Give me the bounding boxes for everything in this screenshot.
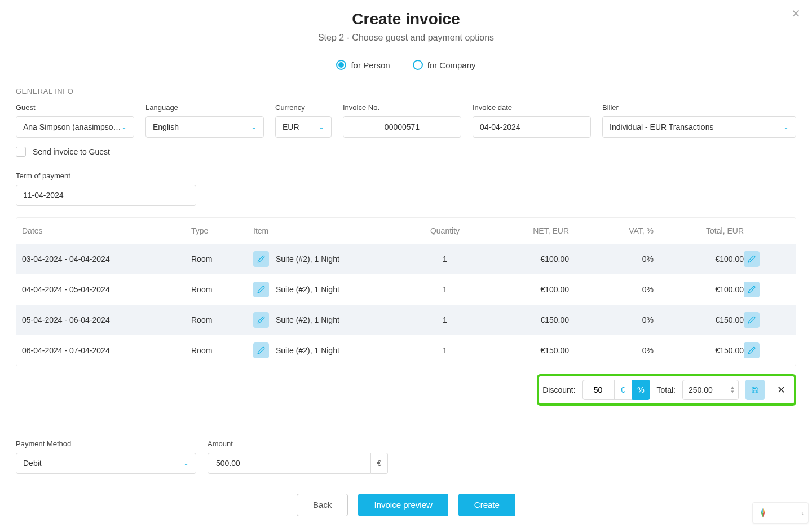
amount-input[interactable]: 500.00: [208, 453, 371, 474]
th-quantity: Quantity: [405, 226, 484, 235]
td-item: Suite (#2), 1 Night: [276, 315, 339, 324]
td-total: €150.00: [654, 315, 744, 324]
chevron-down-icon: ⌄: [251, 123, 257, 131]
radio-for-company[interactable]: for Company: [413, 60, 476, 70]
close-icon[interactable]: ✕: [791, 7, 801, 20]
label-currency: Currency: [275, 103, 332, 112]
edit-row-button[interactable]: [744, 251, 760, 267]
stepper-icon[interactable]: ▲▼: [730, 385, 735, 394]
biller-select[interactable]: Individual - EUR Transactions ⌄: [602, 116, 796, 138]
send-invoice-checkbox[interactable]: [16, 147, 26, 157]
chevron-left-icon: ‹: [801, 509, 804, 517]
language-value: English: [153, 122, 179, 131]
edit-row-button[interactable]: [744, 312, 760, 328]
table-row: 05-04-2024 - 06-04-2024RoomSuite (#2), 1…: [16, 305, 796, 335]
chevron-down-icon: ⌄: [121, 123, 127, 131]
discount-unit-euro[interactable]: €: [614, 380, 632, 400]
td-vat: 0%: [569, 346, 654, 355]
edit-row-button[interactable]: [744, 342, 760, 358]
cancel-discount-button[interactable]: ✕: [771, 380, 791, 400]
edit-row-button[interactable]: [744, 282, 760, 297]
currency-value: EUR: [283, 122, 299, 131]
total-label: Total:: [657, 385, 676, 394]
language-select[interactable]: English ⌄: [145, 116, 264, 138]
th-item: Item: [253, 226, 405, 235]
discount-unit-percent[interactable]: %: [632, 380, 650, 400]
payment-method-select[interactable]: Debit ⌄: [16, 453, 196, 474]
td-type: Room: [191, 346, 253, 355]
edit-item-button[interactable]: [253, 342, 269, 358]
footer-bar: Back Invoice preview Create: [0, 482, 812, 527]
send-invoice-label: Send invoice to Guest: [33, 147, 110, 156]
td-type: Room: [191, 254, 253, 264]
help-widget[interactable]: ‹: [752, 502, 809, 524]
td-quantity: 1: [405, 315, 484, 324]
td-quantity: 1: [405, 346, 484, 355]
term-of-payment-input[interactable]: 11-04-2024: [16, 185, 196, 206]
line-items-table: Dates Type Item Quantity NET, EUR VAT, %…: [16, 217, 796, 366]
td-quantity: 1: [405, 254, 484, 264]
table-row: 06-04-2024 - 07-04-2024RoomSuite (#2), 1…: [16, 335, 796, 366]
label-invoice-no: Invoice No.: [343, 103, 461, 112]
td-net: €100.00: [484, 285, 569, 294]
td-vat: 0%: [569, 254, 654, 264]
discount-label: Discount:: [542, 385, 575, 394]
td-net: €150.00: [484, 315, 569, 324]
td-vat: 0%: [569, 285, 654, 294]
radio-label: for Company: [427, 60, 476, 70]
radio-icon: [336, 60, 346, 70]
td-type: Room: [191, 315, 253, 324]
td-total: €100.00: [654, 254, 744, 264]
radio-for-person[interactable]: for Person: [336, 60, 390, 70]
page-title: Create invoice: [16, 10, 796, 28]
radio-icon: [413, 60, 423, 70]
label-biller: Biller: [602, 103, 796, 112]
th-type: Type: [191, 226, 253, 235]
term-of-payment-value: 11-04-2024: [23, 191, 64, 200]
create-button[interactable]: Create: [458, 494, 515, 516]
td-total: €100.00: [654, 285, 744, 294]
table-row: 03-04-2024 - 04-04-2024RoomSuite (#2), 1…: [16, 244, 796, 274]
td-quantity: 1: [405, 285, 484, 294]
edit-item-button[interactable]: [253, 251, 269, 267]
td-item: Suite (#2), 1 Night: [276, 346, 339, 355]
back-button[interactable]: Back: [297, 494, 348, 516]
td-vat: 0%: [569, 315, 654, 324]
chevron-down-icon: ⌄: [319, 123, 324, 131]
radio-label: for Person: [351, 60, 390, 70]
label-invoice-date: Invoice date: [473, 103, 591, 112]
discount-input[interactable]: [582, 380, 614, 400]
edit-item-button[interactable]: [253, 312, 269, 328]
td-item: Suite (#2), 1 Night: [276, 254, 339, 264]
invoice-date-input[interactable]: 04-04-2024: [473, 116, 591, 138]
table-row: 04-04-2024 - 05-04-2024RoomSuite (#2), 1…: [16, 274, 796, 305]
label-payment-method: Payment Method: [16, 440, 196, 448]
label-guest: Guest: [16, 103, 134, 112]
td-item: Suite (#2), 1 Night: [276, 285, 339, 294]
save-icon: [751, 386, 759, 394]
invoice-preview-button[interactable]: Invoice preview: [358, 494, 448, 516]
total-input[interactable]: 250.00 ▲▼: [682, 380, 739, 400]
payment-method-value: Debit: [23, 459, 42, 468]
td-total: €150.00: [654, 346, 744, 355]
td-dates: 04-04-2024 - 05-04-2024: [22, 285, 191, 294]
td-net: €150.00: [484, 346, 569, 355]
td-dates: 06-04-2024 - 07-04-2024: [22, 346, 191, 355]
th-dates: Dates: [22, 226, 191, 235]
currency-select[interactable]: EUR ⌄: [275, 116, 332, 138]
invoice-no-value: 00000571: [385, 122, 420, 131]
amount-value: 500.00: [216, 459, 240, 468]
td-type: Room: [191, 285, 253, 294]
biller-value: Individual - EUR Transactions: [610, 122, 713, 131]
page-subtitle: Step 2 - Choose guest and payment option…: [16, 33, 796, 43]
amount-unit: €: [371, 453, 388, 474]
th-net: NET, EUR: [484, 226, 569, 235]
td-dates: 05-04-2024 - 06-04-2024: [22, 315, 191, 324]
td-net: €100.00: [484, 254, 569, 264]
chevron-down-icon: ⌄: [183, 459, 189, 467]
guest-select[interactable]: Ana Simpson (anasimpso… ⌄: [16, 116, 134, 138]
invoice-no-input[interactable]: 00000571: [343, 116, 461, 138]
th-total: Total, EUR: [654, 226, 744, 235]
edit-item-button[interactable]: [253, 282, 269, 297]
save-discount-button[interactable]: [745, 380, 765, 400]
